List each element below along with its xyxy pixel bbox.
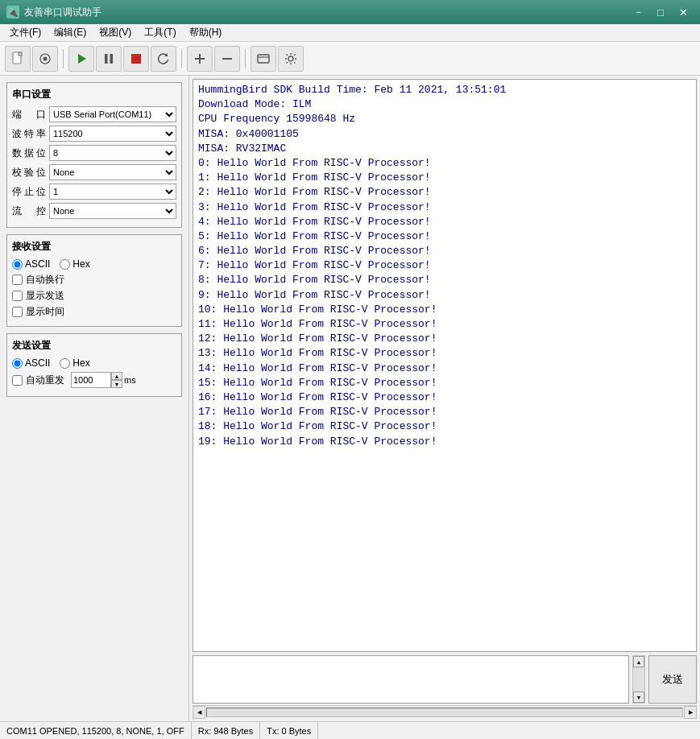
- app-icon: 🔌: [6, 6, 19, 19]
- menu-tools[interactable]: 工具(T): [138, 24, 182, 41]
- terminal-content: HummingBird SDK Build Time: Feb 11 2021,…: [198, 83, 691, 449]
- subtract-btn[interactable]: [214, 46, 240, 72]
- title-buttons: － □ ✕: [628, 4, 694, 20]
- send-hex-option[interactable]: Hex: [60, 357, 89, 369]
- svg-point-3: [43, 56, 48, 60]
- port-select[interactable]: USB Serial Port(COM11) COM1 COM2: [49, 106, 176, 122]
- h-scroll-right[interactable]: ▶: [684, 706, 697, 719]
- svg-rect-12: [258, 55, 269, 63]
- toolbar-separator-1: [63, 49, 64, 68]
- receive-ascii-label: ASCII: [25, 258, 50, 270]
- refresh-btn[interactable]: [151, 46, 176, 72]
- terminal-area[interactable]: HummingBird SDK Build Time: Feb 11 2021,…: [193, 79, 697, 652]
- port-row: 端 口 USB Serial Port(COM11) COM1 COM2: [12, 106, 176, 122]
- menu-view[interactable]: 视图(V): [93, 24, 138, 41]
- send-scroll-track: [633, 667, 644, 692]
- window-title: 友善串口调试助手: [24, 6, 101, 19]
- show-time-option[interactable]: 显示时间: [12, 305, 176, 319]
- window-btn[interactable]: [251, 46, 276, 72]
- send-encoding-group: ASCII Hex: [12, 357, 176, 369]
- interval-input[interactable]: [71, 372, 111, 388]
- send-ascii-option[interactable]: ASCII: [12, 357, 50, 369]
- show-send-checkbox[interactable]: [12, 291, 23, 301]
- pause-btn[interactable]: [96, 46, 122, 72]
- left-panel: 串口设置 端 口 USB Serial Port(COM11) COM1 COM…: [0, 76, 189, 721]
- spinbox-buttons: ▲ ▼: [111, 372, 122, 388]
- svg-rect-1: [19, 52, 22, 56]
- interval-unit-label: ms: [124, 375, 136, 385]
- menu-help[interactable]: 帮助(H): [183, 24, 229, 41]
- send-scroll-down[interactable]: ▼: [633, 692, 644, 703]
- play-btn[interactable]: [68, 46, 94, 72]
- close-button[interactable]: ✕: [673, 4, 694, 20]
- receive-hex-label: Hex: [72, 258, 89, 270]
- send-button[interactable]: 发送: [648, 655, 697, 704]
- menu-file[interactable]: 文件(F): [3, 24, 48, 41]
- auto-resend-row: 自动重发 ▲ ▼ ms: [12, 372, 176, 388]
- data-bits-row: 数据位 8 7 6: [12, 145, 176, 161]
- tx-status: Tx: 0 Bytes: [260, 722, 318, 739]
- show-send-label: 显示发送: [26, 289, 64, 303]
- parity-row: 校验位 None Even Odd: [12, 164, 176, 180]
- parity-label: 校验位: [12, 166, 46, 180]
- connection-status: COM11 OPENED, 115200, 8, NONE, 1, OFF: [0, 722, 192, 739]
- port-label: 端 口: [12, 108, 46, 122]
- interval-spinbox: ▲ ▼ ms: [71, 372, 136, 388]
- minimize-button[interactable]: －: [628, 4, 648, 20]
- svg-rect-7: [131, 54, 141, 64]
- receive-ascii-radio[interactable]: [12, 259, 23, 270]
- send-settings-section: 发送设置 ASCII Hex 自动重发: [6, 333, 182, 397]
- data-bits-select[interactable]: 8 7 6: [49, 145, 176, 161]
- send-area: ▲ ▼ 发送: [193, 655, 697, 704]
- receive-ascii-option[interactable]: ASCII: [12, 258, 50, 270]
- stop-bits-label: 停止位: [12, 185, 46, 199]
- new-file-btn[interactable]: [5, 46, 31, 72]
- receive-settings-title: 接收设置: [12, 240, 176, 254]
- baud-select[interactable]: 115200 9600 38400: [49, 126, 176, 142]
- show-send-option[interactable]: 显示发送: [12, 289, 176, 303]
- menu-edit[interactable]: 编辑(E): [48, 24, 93, 41]
- receive-encoding-group: ASCII Hex: [12, 258, 176, 270]
- parity-select[interactable]: None Even Odd: [49, 164, 176, 180]
- stop-bits-select[interactable]: 1 1.5 2: [49, 184, 176, 200]
- svg-rect-6: [110, 54, 114, 64]
- auto-newline-label: 自动换行: [26, 273, 64, 287]
- right-panel: HummingBird SDK Build Time: Feb 11 2021,…: [189, 76, 700, 721]
- show-time-checkbox[interactable]: [12, 307, 23, 317]
- receive-settings-section: 接收设置 ASCII Hex 自动换行 显示发送: [6, 234, 182, 327]
- toolbar: [0, 42, 700, 76]
- send-scroll-up[interactable]: ▲: [633, 656, 644, 667]
- title-left: 🔌 友善串口调试助手: [6, 6, 101, 19]
- receive-hex-radio[interactable]: [60, 259, 70, 270]
- spin-down-btn[interactable]: ▼: [111, 380, 122, 388]
- auto-newline-checkbox[interactable]: [12, 275, 23, 285]
- serial-settings-section: 串口设置 端 口 USB Serial Port(COM11) COM1 COM…: [6, 82, 182, 228]
- svg-rect-5: [105, 54, 108, 64]
- svg-point-14: [288, 56, 293, 61]
- auto-resend-label: 自动重发: [26, 374, 64, 387]
- flow-control-select[interactable]: None RTS/CTS XON/XOFF: [49, 203, 176, 219]
- baud-label: 波特率: [12, 127, 46, 141]
- send-hex-label: Hex: [72, 357, 89, 369]
- send-hex-radio[interactable]: [60, 358, 70, 369]
- add-btn[interactable]: [187, 46, 213, 72]
- spin-up-btn[interactable]: ▲: [111, 372, 122, 380]
- record-btn[interactable]: [32, 46, 58, 72]
- send-ascii-label: ASCII: [25, 357, 50, 369]
- baud-row: 波特率 115200 9600 38400: [12, 126, 176, 142]
- auto-newline-option[interactable]: 自动换行: [12, 273, 176, 287]
- h-scroll-track: [206, 708, 683, 717]
- serial-settings-title: 串口设置: [12, 88, 176, 101]
- send-ascii-radio[interactable]: [12, 358, 23, 369]
- send-input[interactable]: [193, 655, 629, 704]
- settings-btn[interactable]: [278, 46, 304, 72]
- status-bar: COM11 OPENED, 115200, 8, NONE, 1, OFF Rx…: [0, 721, 700, 739]
- rx-status: Rx: 948 Bytes: [192, 722, 260, 739]
- receive-hex-option[interactable]: Hex: [60, 258, 89, 270]
- h-scroll-left[interactable]: ◀: [193, 706, 205, 719]
- auto-resend-checkbox[interactable]: [12, 375, 23, 386]
- stop-btn[interactable]: [123, 46, 149, 72]
- auto-resend-option[interactable]: 自动重发: [12, 374, 64, 387]
- toolbar-separator-3: [245, 49, 246, 68]
- maximize-button[interactable]: □: [650, 4, 671, 20]
